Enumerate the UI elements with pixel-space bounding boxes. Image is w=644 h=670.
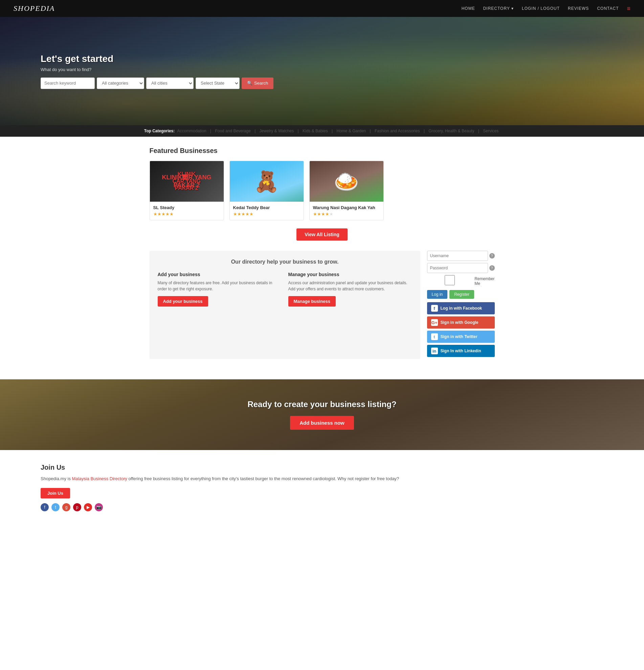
search-button[interactable]: 🔍 Search [242, 78, 273, 89]
password-input[interactable] [427, 263, 488, 273]
grow-section: Our directory help your business to grow… [150, 251, 420, 359]
hero-content: Let's get started What do you want to fi… [41, 53, 603, 89]
business-name-food: Warung Nasi Dagang Kak Yah [313, 205, 380, 210]
search-keyword-input[interactable] [41, 78, 95, 89]
business-card-sl[interactable]: KLINIKCAR YANGPAKAR 2 SL Steady ★★★★★ [150, 161, 224, 220]
manage-business-col: Manage your business Access our administ… [288, 272, 412, 307]
view-all-button[interactable]: View All Listing [296, 228, 348, 241]
social-youtube-icon[interactable]: ▶ [84, 503, 92, 511]
brand-text: ShopediA [14, 4, 55, 13]
cta-heading: Ready to create your business listing? [7, 400, 637, 409]
join-text-after: offering free business listing for every… [127, 476, 399, 481]
business-img-food [310, 161, 384, 202]
join-button[interactable]: Join Us [41, 488, 70, 498]
cat-fashion[interactable]: Fashion and Accessories [375, 129, 421, 133]
twitter-button-label: Sign in with Twitter [441, 334, 478, 339]
add-business-desc: Many of directory features are free. Add… [158, 280, 282, 292]
linkedin-button-label: Sign In with Linkedin [441, 349, 481, 353]
business-card-teddy[interactable]: Kedai Teddy Bear ★★★★★ [229, 161, 304, 220]
sl-overlay-text: KLINIKCAR YANGPAKAR 2 [173, 171, 201, 192]
business-img-teddy [230, 161, 304, 202]
cities-select[interactable]: All cities [146, 78, 193, 89]
remember-checkbox[interactable] [427, 275, 473, 285]
hero-section: Let's get started What do you want to fi… [0, 17, 644, 125]
navbar: ShopediA HOME DIRECTORY ▾ LOGIN / LOGOUT… [0, 0, 644, 17]
stars-sl: ★★★★★ [153, 212, 220, 217]
nav-reviews[interactable]: REVIEWS [568, 6, 589, 11]
state-select[interactable]: Select State [196, 78, 240, 89]
cat-sep-7: | [478, 129, 479, 133]
nav-contact[interactable]: CONTACT [597, 6, 619, 11]
hamburger-icon[interactable]: ≡ [627, 5, 630, 12]
twitter-icon: t [431, 333, 438, 340]
cat-home[interactable]: Home & Garden [337, 129, 367, 133]
brand-logo[interactable]: ShopediA [14, 4, 55, 13]
facebook-login-button[interactable]: f Log in with Facebook [427, 302, 495, 314]
hero-title: Let's get started [41, 53, 603, 64]
add-business-col: Add your business Many of directory feat… [158, 272, 282, 307]
social-twitter-icon[interactable]: t [51, 503, 59, 511]
cat-grocery[interactable]: Grocery, Health & Beauty [428, 129, 475, 133]
nav-home[interactable]: HOME [461, 6, 475, 11]
hero-subtitle: What do you want to find? [41, 67, 603, 72]
nav-login-logout[interactable]: LOGIN / LOGOUT [522, 6, 560, 11]
manage-business-button[interactable]: Manage business [288, 296, 336, 307]
search-button-label: Search [254, 81, 268, 85]
cat-sep-6: | [424, 129, 425, 133]
grow-cols: Add your business Many of directory feat… [158, 272, 412, 307]
login-button[interactable]: Log in [427, 290, 448, 299]
grow-heading: Our directory help your business to grow… [158, 259, 412, 265]
username-help-icon[interactable]: ? [489, 253, 495, 258]
linkedin-login-button[interactable]: in Sign In with Linkedin [427, 345, 495, 357]
social-pinterest-icon[interactable]: p [73, 503, 81, 511]
featured-title: Featured Businesses [150, 147, 495, 155]
add-business-now-button[interactable]: Add business now [290, 416, 354, 430]
register-button[interactable]: Register [450, 290, 474, 299]
nav-directory[interactable]: DIRECTORY ▾ [483, 6, 514, 11]
stars-food: ★★★★★ [313, 212, 380, 217]
login-sidebar: ? ? Remember Me Log in Register f Log in… [427, 251, 495, 359]
categories-select[interactable]: All categories [97, 78, 144, 89]
remember-label: Remember Me [474, 277, 494, 286]
cat-jewelry[interactable]: Jewelry & Watches [259, 129, 295, 133]
cat-accommodation[interactable]: Accommodation [177, 129, 207, 133]
join-section: Join Us Shopedia.my is Malaysia Business… [0, 450, 644, 525]
facebook-button-label: Log in with Facebook [441, 306, 482, 311]
google-login-button[interactable]: G+ Sign in with Google [427, 317, 495, 329]
business-card-food[interactable]: Warung Nasi Dagang Kak Yah ★★★★★ [309, 161, 384, 220]
social-google-icon[interactable]: g [62, 503, 70, 511]
manage-business-title: Manage your business [288, 272, 412, 277]
business-card-body-sl: SL Steady ★★★★★ [150, 202, 224, 220]
twitter-login-button[interactable]: t Sign in with Twitter [427, 331, 495, 343]
cat-sep-2: | [254, 129, 255, 133]
password-help-icon[interactable]: ? [489, 265, 495, 271]
cat-services[interactable]: Services [483, 129, 498, 133]
categories-bar: Top Categories: Accommodation | Food and… [0, 125, 644, 137]
cat-sep-3: | [298, 129, 299, 133]
cat-food[interactable]: Food and Beverage [215, 129, 252, 133]
social-instagram-icon[interactable]: 📷 [95, 503, 103, 511]
linkedin-icon: in [431, 348, 438, 354]
join-text-before: Shopedia.my is [41, 476, 72, 481]
username-input[interactable] [427, 251, 488, 261]
remember-row: Remember Me [427, 275, 495, 287]
join-directory-link[interactable]: Malaysia Business Directory [72, 476, 127, 481]
cta-section: Ready to create your business listing? A… [0, 379, 644, 450]
join-title: Join Us [41, 464, 603, 471]
business-card-body-food: Warung Nasi Dagang Kak Yah ★★★★★ [310, 202, 384, 220]
nav-links: HOME DIRECTORY ▾ LOGIN / LOGOUT REVIEWS … [461, 5, 630, 12]
cat-kids[interactable]: Kids & Babies [303, 129, 329, 133]
stars-teddy: ★★★★★ [233, 212, 300, 217]
business-img-sl: KLINIKCAR YANGPAKAR 2 [150, 161, 224, 202]
main-content: Featured Businesses KLINIKCAR YANGPAKAR … [143, 137, 501, 379]
login-form: ? ? Remember Me Log in Register f Log in… [427, 251, 495, 357]
social-facebook-icon[interactable]: f [41, 503, 49, 511]
search-bar: All categories All cities Select State 🔍… [41, 78, 603, 89]
facebook-icon: f [431, 305, 438, 312]
join-description: Shopedia.my is Malaysia Business Directo… [41, 475, 603, 483]
cat-sep-1: | [210, 129, 211, 133]
business-name-sl: SL Steady [153, 205, 220, 210]
add-business-button[interactable]: Add your business [158, 296, 208, 307]
google-icon: G+ [431, 319, 438, 326]
username-row: ? [427, 251, 495, 261]
